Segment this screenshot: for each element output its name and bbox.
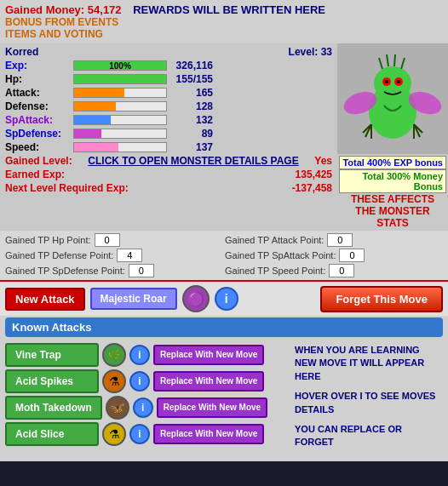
known-attacks-section: Known Attacks Vine Trap 🌿 i Replace With…	[0, 316, 448, 461]
gained-money: Gained Money: 54,172	[5, 3, 124, 16]
sp-attack-bar-container	[73, 115, 167, 125]
speed-bar-container	[73, 142, 167, 152]
acid-spikes-replace-button[interactable]: Replace With New Move	[153, 371, 264, 392]
attack-row-vine-trap: Vine Trap 🌿 i Replace With New Move	[5, 343, 290, 367]
acid-spikes-info-button[interactable]: i	[129, 371, 150, 392]
speed-row: Speed: 137	[5, 141, 332, 153]
bonus-events-label: BONUS FROM EVENTS	[5, 16, 118, 28]
monster-svg	[342, 48, 444, 150]
sp-defense-row: SpDefense: 89	[5, 128, 332, 140]
moth-takedown-info-button[interactable]: i	[133, 397, 153, 418]
level-display: Level: 33	[289, 46, 332, 58]
gained-level-row: Gained Level: CLICK TO OPEN MONSTER DETA…	[5, 155, 332, 167]
vine-trap-button[interactable]: Vine Trap	[5, 343, 99, 367]
stats-left: Korred Level: 33 Exp: 100% 326,116 Hp:	[0, 43, 337, 231]
right-bonuses: Total 400% EXP bonus Total 300% Money Bo…	[337, 154, 448, 231]
hp-bar-container	[73, 74, 167, 84]
tp-defense-input[interactable]	[117, 249, 142, 262]
svg-point-6	[385, 80, 388, 83]
click-open-link[interactable]: CLICK TO OPEN MONSTER DETAILS PAGE	[76, 155, 312, 167]
tp-defense-row: Gained TP Defense Point:	[5, 249, 223, 262]
items-voting-label: ITEMS AND VOTING	[5, 28, 103, 40]
speed-bar	[74, 143, 118, 152]
info-text-1: WHEN YOU ARE LEARNING NEW MOVE IT WILL A…	[295, 344, 438, 383]
svg-point-1	[374, 66, 411, 100]
player-name: Korred	[5, 46, 38, 58]
attack-bar-section: New Attack Majestic Roar 🟣 i Forget This…	[0, 280, 448, 316]
defense-value: 128	[170, 100, 213, 112]
tp-sp-attack-input[interactable]	[339, 249, 365, 262]
tp-attack-input[interactable]	[327, 233, 353, 247]
tp-speed-row: Gained TP Speed Point:	[225, 264, 443, 277]
attack-row-moth-takedown: Moth Takedown 🦋 i Replace With New Move	[5, 396, 290, 420]
info-panel: WHEN YOU ARE LEARNING NEW MOVE IT WILL A…	[290, 340, 443, 460]
these-affects-label: THESE AFFECTS THE MONSTER STATS	[339, 193, 446, 229]
stats-right: Total 400% EXP bonus Total 300% Money Bo…	[337, 43, 448, 231]
main-container: Gained Money: 54,172 REWARDS WILL BE WRI…	[0, 0, 448, 461]
exp-bar-container: 100%	[73, 60, 167, 71]
moth-takedown-button[interactable]: Moth Takedown	[5, 396, 102, 420]
exp-bonus-label: Total 400% EXP bonus	[339, 156, 446, 169]
info-text-2: HOVER OVER I TO SEE MOVES DETAILS	[295, 390, 438, 416]
tp-sp-defense-input[interactable]	[129, 264, 154, 277]
moth-takedown-replace-button[interactable]: Replace With New Move	[157, 397, 267, 418]
defense-bar	[74, 102, 116, 111]
tp-hp-row: Gained TP Hp Point:	[5, 233, 223, 247]
moth-takedown-icon: 🦋	[106, 396, 129, 420]
next-level-row: Next Level Required Exp: -137,458	[5, 182, 332, 194]
majestic-roar-button[interactable]: Majestic Roar	[90, 288, 177, 310]
tp-sp-attack-row: Gained TP SpAttack Point:	[225, 249, 443, 262]
acid-spikes-icon: ⚗	[102, 369, 126, 393]
acid-slice-button[interactable]: Acid Slice	[5, 422, 99, 446]
stats-area: Korred Level: 33 Exp: 100% 326,116 Hp:	[0, 43, 448, 231]
exp-row: Exp: 100% 326,116	[5, 60, 332, 71]
vine-trap-replace-button[interactable]: Replace With New Move	[153, 345, 264, 365]
known-attacks-header: Known Attacks	[5, 317, 443, 337]
top-section: Gained Money: 54,172 REWARDS WILL BE WRI…	[0, 0, 448, 43]
new-attack-button[interactable]: New Attack	[5, 288, 85, 311]
sp-attack-row: SpAttack: 132	[5, 114, 332, 126]
hp-value: 155/155	[170, 73, 213, 85]
money-bonus-label: Total 300% Money Bonus	[339, 169, 446, 193]
defense-row: Defense: 128	[5, 100, 332, 112]
acid-slice-icon: ⚗	[102, 422, 126, 446]
sp-defense-bar	[74, 129, 101, 138]
attack-row-acid-slice: Acid Slice ⚗ i Replace With New Move	[5, 422, 290, 446]
move-info-icon[interactable]: i	[215, 287, 238, 311]
attack-value: 165	[170, 87, 213, 99]
sp-defense-bar-container	[73, 129, 167, 139]
attack-row: Attack: 165	[5, 87, 332, 99]
hp-row: Hp: 155/155	[5, 73, 332, 85]
speed-value: 137	[170, 141, 213, 153]
tp-section: Gained TP Hp Point: Gained TP Attack Poi…	[0, 231, 448, 280]
sp-attack-bar	[74, 116, 111, 124]
tp-attack-row: Gained TP Attack Point:	[225, 233, 443, 247]
forget-move-button[interactable]: Forget This Move	[320, 286, 443, 312]
acid-spikes-button[interactable]: Acid Spikes	[5, 369, 99, 393]
tp-hp-input[interactable]	[95, 233, 120, 247]
rewards-text: REWARDS WILL BE WRITTEN HERE	[133, 3, 325, 16]
attacks-and-info: Vine Trap 🌿 i Replace With New Move Acid…	[5, 340, 443, 460]
vine-trap-icon: 🌿	[102, 343, 126, 367]
vine-trap-info-button[interactable]: i	[129, 345, 150, 365]
svg-point-7	[397, 80, 400, 83]
exp-value: 326,116	[170, 60, 213, 71]
attack-row-acid-spikes: Acid Spikes ⚗ i Replace With New Move	[5, 369, 290, 393]
monster-image[interactable]	[337, 43, 448, 154]
hp-bar	[74, 75, 166, 83]
info-text-3: YOU CAN REPLACE OR FORGET	[295, 423, 438, 449]
name-level-row: Korred Level: 33	[5, 46, 332, 58]
tp-sp-defense-row: Gained TP SpDefense Point:	[5, 264, 223, 277]
acid-slice-replace-button[interactable]: Replace With New Move	[153, 424, 264, 444]
attack-bar-container	[73, 88, 167, 98]
acid-slice-info-button[interactable]: i	[129, 424, 150, 444]
tp-speed-input[interactable]	[329, 264, 354, 277]
attacks-list: Vine Trap 🌿 i Replace With New Move Acid…	[5, 340, 290, 460]
attack-bar	[74, 89, 124, 97]
sp-attack-value: 132	[170, 114, 213, 126]
sp-defense-value: 89	[170, 128, 213, 140]
move-icon: 🟣	[182, 285, 210, 312]
earned-exp-row: Earned Exp: 135,425	[5, 169, 332, 180]
defense-bar-container	[73, 101, 167, 111]
